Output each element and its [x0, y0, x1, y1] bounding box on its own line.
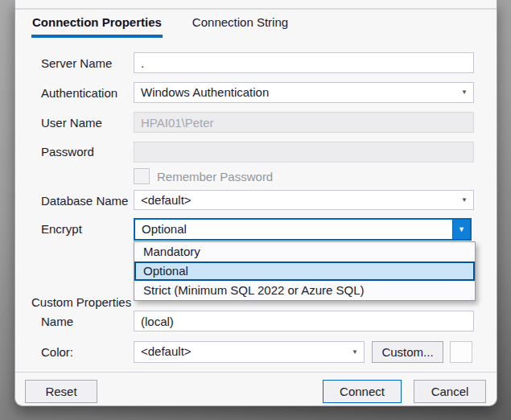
tab-bar: Connection Properties Connection String: [31, 15, 289, 38]
user-name-label: User Name: [41, 116, 102, 130]
database-name-value: <default>: [141, 193, 192, 207]
top-divider: [15, 8, 497, 10]
custom-color-button[interactable]: Custom...: [372, 341, 443, 363]
option-optional[interactable]: Optional: [134, 261, 475, 281]
option-strict[interactable]: Strict (Minimum SQL 2022 or Azure SQL): [134, 281, 475, 300]
encrypt-combobox[interactable]: Optional ▼: [134, 218, 472, 241]
tab-connection-string[interactable]: Connection String: [192, 15, 289, 38]
option-mandatory[interactable]: Mandatory: [134, 242, 475, 261]
encrypt-value: Optional: [142, 222, 187, 236]
chevron-down-icon: ▼: [352, 349, 358, 356]
color-value: <default>: [141, 344, 192, 358]
color-swatch[interactable]: [450, 341, 472, 363]
authentication-label: Authentication: [41, 86, 117, 100]
connect-button[interactable]: Connect: [323, 380, 402, 403]
encrypt-dropdown-button[interactable]: ▼: [452, 220, 470, 239]
remember-password-label: Remember Password: [157, 170, 273, 183]
color-label: Color:: [41, 345, 73, 359]
footer-divider: [15, 372, 497, 373]
color-combobox[interactable]: <default> ▼: [134, 341, 365, 363]
remember-password-checkbox: [134, 168, 150, 184]
user-name-input: [134, 112, 474, 133]
chevron-down-icon: ▼: [461, 89, 468, 96]
database-name-label: Database Name: [41, 194, 128, 208]
authentication-value: Windows Authentication: [141, 85, 269, 99]
reset-button[interactable]: Reset: [25, 380, 97, 403]
password-label: Password: [41, 145, 94, 159]
connection-dialog: Connection Properties Connection String …: [14, 0, 497, 406]
server-name-label: Server Name: [41, 56, 112, 70]
encrypt-options-list: Mandatory Optional Strict (Minimum SQL 2…: [134, 241, 476, 301]
encrypt-label: Encrypt: [41, 222, 82, 236]
custom-name-label: Name: [41, 315, 73, 328]
custom-name-input[interactable]: [134, 311, 474, 331]
custom-properties-section-label: Custom Properties: [31, 295, 131, 309]
server-name-input[interactable]: [134, 52, 474, 73]
database-name-combobox[interactable]: <default> ▼: [134, 190, 474, 210]
tab-connection-properties[interactable]: Connection Properties: [31, 15, 163, 38]
authentication-combobox[interactable]: Windows Authentication ▼: [134, 82, 474, 103]
password-input: [134, 142, 474, 163]
chevron-down-icon: ▼: [461, 197, 468, 204]
cancel-button[interactable]: Cancel: [414, 380, 486, 403]
chevron-down-icon: ▼: [458, 226, 465, 233]
